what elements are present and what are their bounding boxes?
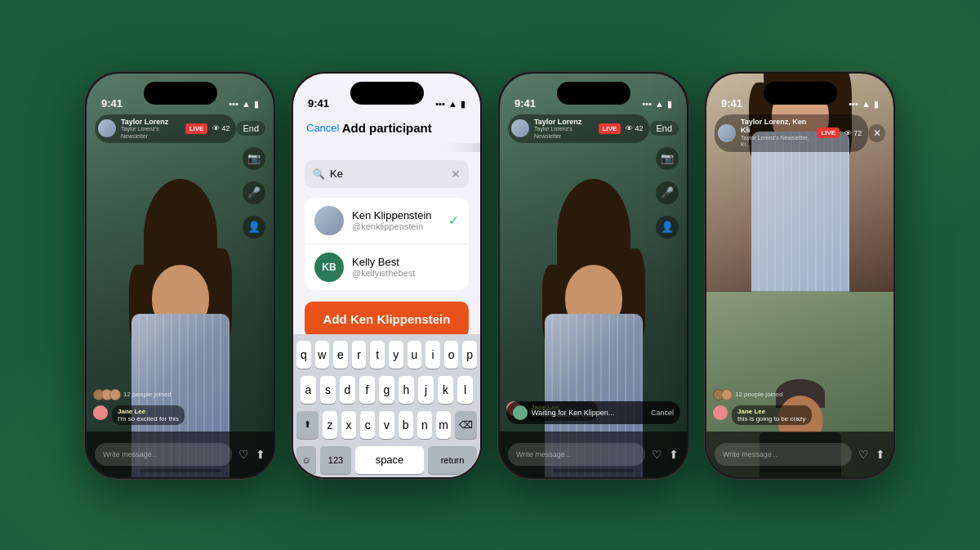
search-input-text[interactable]: Ke: [330, 168, 446, 180]
camera-icon-1[interactable]: 📷: [243, 147, 265, 170]
key-t[interactable]: t: [370, 341, 385, 369]
message-input-3[interactable]: Write message...: [508, 443, 645, 466]
wifi-icon-3: ▲: [655, 99, 664, 109]
share-icon-4[interactable]: ⬆: [875, 448, 885, 461]
joined-pill-1: 12 people joined: [93, 389, 267, 400]
streamer-avatar-4: [718, 124, 736, 142]
ken-info: Ken Klippenstein @kenklippenstein: [352, 209, 440, 231]
return-key[interactable]: return: [428, 446, 477, 474]
viewers-count-1: 42: [221, 124, 229, 132]
dynamic-island-4: [764, 82, 837, 105]
key-u[interactable]: u: [408, 341, 422, 369]
key-n[interactable]: n: [417, 411, 432, 439]
status-icons-4: ▪▪▪ ▲ ▮: [849, 99, 879, 110]
heart-icon-3[interactable]: ♡: [652, 448, 662, 461]
key-j[interactable]: j: [418, 376, 434, 404]
key-p[interactable]: p: [462, 341, 477, 369]
dynamic-island-3: [557, 82, 630, 105]
waiting-avatar: [513, 405, 528, 420]
side-icons-3: 📷 🎤 👤: [656, 147, 679, 239]
key-l[interactable]: l: [457, 376, 473, 404]
add-ken-button[interactable]: Add Ken Klippenstein: [305, 302, 469, 338]
key-k[interactable]: k: [438, 376, 453, 404]
status-time-2: 9:41: [308, 97, 329, 110]
share-icon-3[interactable]: ⬆: [669, 448, 679, 461]
key-i[interactable]: i: [425, 341, 440, 369]
key-c[interactable]: c: [360, 411, 375, 439]
key-z[interactable]: z: [323, 411, 337, 439]
mic-icon-3[interactable]: 🎤: [656, 181, 679, 204]
dynamic-island-2: [350, 82, 424, 105]
message-input-4[interactable]: Write message...: [715, 443, 852, 466]
key-a[interactable]: a: [301, 376, 316, 404]
add-person-icon-3[interactable]: 👤: [656, 216, 679, 239]
share-icon-1[interactable]: ⬆: [256, 448, 265, 461]
msg-placeholder-4: Write message...: [723, 450, 777, 458]
battery-icon-1: ▮: [254, 99, 259, 110]
end-button-1[interactable]: End: [236, 121, 265, 136]
streamer-name-4: Taylor Lorenz, Ken Kli: [741, 118, 812, 136]
kelly-avatar: KB: [314, 253, 344, 282]
message-input-1[interactable]: Write message...: [95, 443, 232, 466]
key-q[interactable]: q: [296, 341, 311, 369]
bottom-bar-1: Write message... ♡ ⬆: [87, 432, 274, 477]
key-v[interactable]: v: [379, 411, 394, 439]
shirt-stripes-4: [751, 132, 849, 295]
key-r[interactable]: r: [352, 341, 367, 369]
ken-avatar: [314, 206, 344, 235]
chat-text-1: I'm so excited for this: [118, 415, 179, 423]
key-f[interactable]: f: [359, 376, 375, 404]
key-m[interactable]: m: [436, 411, 451, 439]
camera-icon-3[interactable]: 📷: [656, 147, 679, 170]
kelly-name: Kelly Best: [352, 256, 459, 268]
heart-icon-1[interactable]: ♡: [238, 448, 249, 461]
search-clear-icon[interactable]: ✕: [451, 168, 461, 181]
streamer-name-block-4: Taylor Lorenz, Ken Kli Taylor Lorenz's N…: [741, 118, 812, 149]
emoji-key[interactable]: ☺: [296, 446, 316, 474]
key-d[interactable]: d: [340, 376, 355, 404]
status-time-3: 9:41: [514, 97, 536, 110]
streamer-info-3: Taylor Lorenz Taylor Lorenz's Newsletter…: [508, 114, 649, 144]
keyboard-row-4: ☺ 123 space return: [296, 446, 477, 474]
numbers-key[interactable]: 123: [320, 446, 351, 474]
streamer-sub-1: Taylor Lorenz's Newsletter: [121, 126, 180, 140]
key-w[interactable]: w: [315, 341, 330, 369]
close-button-4[interactable]: ✕: [868, 124, 885, 142]
heart-icon-4[interactable]: ♡: [858, 448, 869, 461]
viewers-badge-1: 👁 42: [212, 124, 229, 132]
joined-dots-1: [93, 389, 121, 400]
status-icons-1: ▪▪▪ ▲ ▮: [229, 99, 259, 110]
status-icons-3: ▪▪▪ ▲ ▮: [642, 99, 672, 110]
waiting-cancel[interactable]: Cancel: [651, 409, 674, 417]
streamer-avatar-3: [511, 119, 529, 137]
key-h[interactable]: h: [399, 376, 414, 404]
bottom-bar-4: Write message... ♡ ⬆: [706, 432, 893, 477]
key-g[interactable]: g: [379, 376, 394, 404]
delete-key[interactable]: ⌫: [455, 411, 477, 439]
ken-check-icon: ✓: [448, 212, 459, 228]
search-bar[interactable]: 🔍 Ke ✕: [305, 160, 469, 188]
keyboard-row-1: q w e r t y u i o p: [296, 341, 477, 369]
key-x[interactable]: x: [341, 411, 356, 439]
mic-icon-1[interactable]: 🎤: [243, 181, 265, 204]
streamer-name-block-1: Taylor Lorenz Taylor Lorenz's Newsletter: [121, 118, 180, 141]
key-s[interactable]: s: [320, 376, 336, 404]
viewers-count-4: 72: [853, 129, 862, 137]
dynamic-island-1: [144, 82, 217, 105]
add-person-icon-1[interactable]: 👤: [243, 216, 265, 239]
key-y[interactable]: y: [389, 341, 403, 369]
key-b[interactable]: b: [399, 411, 413, 439]
participant-item-kelly[interactable]: KB Kelly Best @kellyisthebest: [305, 244, 469, 290]
participant-item-ken[interactable]: Ken Klippenstein @kenklippenstein ✓: [305, 198, 469, 244]
dialog-header: Cancel Add participant: [293, 113, 480, 143]
key-o[interactable]: o: [444, 341, 459, 369]
space-key[interactable]: space: [355, 446, 424, 474]
streamer-name-3: Taylor Lorenz: [534, 118, 594, 127]
cancel-button-dialog[interactable]: Cancel: [306, 122, 339, 134]
key-e[interactable]: e: [333, 341, 348, 369]
chat-message-1: Jane Lee I'm so excited for this: [93, 405, 267, 425]
msg-placeholder-3: Write message...: [516, 450, 571, 458]
chat-avatar-4: [713, 405, 728, 420]
end-button-3[interactable]: End: [649, 121, 679, 136]
shift-key[interactable]: ⬆: [296, 411, 318, 439]
